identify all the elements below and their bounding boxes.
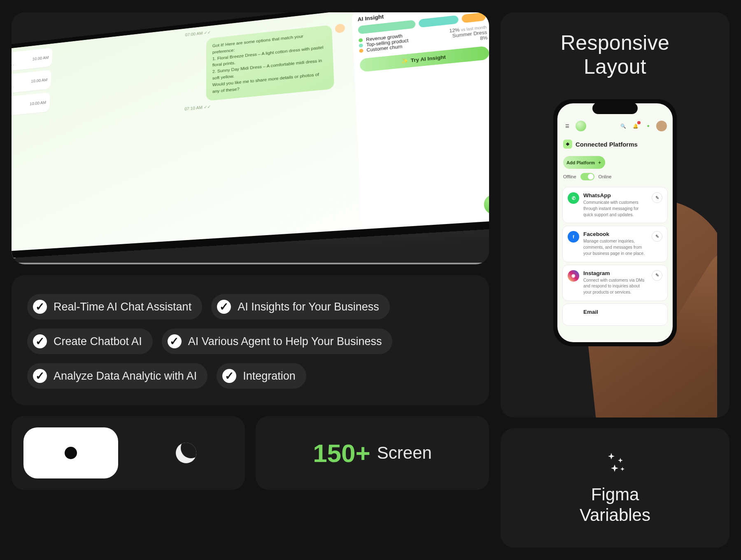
add-platform-label: Add Platform <box>566 160 595 165</box>
feature-label: Integration <box>243 370 296 383</box>
platform-name: Instagram <box>583 270 648 276</box>
check-icon: ✓ <box>222 369 236 383</box>
platform-desc: Communicate with customers through insta… <box>583 200 648 218</box>
page-title-row: ❖ Connected Platforms <box>557 135 673 153</box>
platform-name: WhatsApp <box>583 192 648 198</box>
edit-platform-button[interactable]: ✎ <box>652 231 662 242</box>
grid-icon: ❖ <box>563 140 572 149</box>
ai-insight-panel: AI Insight Revenue growth 12% vs last mo… <box>352 12 489 227</box>
plus-icon: ＋ <box>597 159 602 166</box>
feature-pill: ✓ Analyze Data Analytic with AI <box>27 363 207 389</box>
status-toggle-row: Offline Online <box>557 173 673 184</box>
thread-time: 10.00 AM <box>32 55 49 61</box>
metric-value: 8% <box>480 35 488 41</box>
notifications-icon[interactable]: 🔔 <box>631 122 640 130</box>
feature-pill: ✓ AI Various Agent to Help Your Business <box>162 329 393 354</box>
metric-dot-icon <box>359 38 363 42</box>
thread-item[interactable]: Audrey Can you tell me… 10.00 AM <box>12 92 50 120</box>
thread-snippet: Yes, can you sh… <box>12 82 28 91</box>
laptop-bezel: Pujul Hi, I'm looking f… 10.00 AM Triana… <box>12 12 489 262</box>
metric-dot-icon <box>359 44 363 48</box>
platform-desc: Connect with customers via DMs and respo… <box>583 278 648 296</box>
responsive-title: ResponsiveLayout <box>561 31 669 79</box>
platform-card-facebook[interactable]: f Facebook Manage customer inquiries, co… <box>562 226 668 262</box>
moon-icon <box>176 443 196 463</box>
platform-desc: Manage customer inquiries, comments, and… <box>583 238 648 257</box>
ai-spark-icon[interactable]: ✦ <box>644 122 652 130</box>
email-icon: G <box>568 309 579 320</box>
feature-label: Analyze Data Analytic with AI <box>54 370 197 383</box>
features-card: ✓ Real-Time AI Chat Assistant ✓ AI Insig… <box>12 275 489 405</box>
laptop-mockup-card: Pujul Hi, I'm looking f… 10.00 AM Triana… <box>12 12 489 264</box>
feature-pill: ✓ AI Insights for Your Business <box>211 294 390 320</box>
thread-snippet: Can you tell me… <box>12 105 26 113</box>
instagram-icon: ◉ <box>568 270 579 282</box>
phone-mockup: ☰ 🔍 🔔 ✦ ❖ Connect <box>553 99 677 346</box>
phone-notch <box>592 103 638 114</box>
online-toggle[interactable] <box>580 173 594 180</box>
feature-label: Create Chatbot AI <box>54 335 142 348</box>
cta-label: Try AI Insight <box>410 54 446 63</box>
laptop-lip <box>12 263 489 264</box>
thread-time: 10.00 AM <box>30 100 47 106</box>
menu-icon[interactable]: ☰ <box>563 122 571 130</box>
thread-snippet: Hi, I'm looking f… <box>12 60 29 69</box>
theme-toggle-card <box>12 416 245 490</box>
figma-variables-card: FigmaVariables <box>501 428 729 548</box>
whatsapp-icon: ✆ <box>568 192 579 204</box>
edit-platform-button[interactable]: ✎ <box>652 270 662 281</box>
dark-mode-button[interactable] <box>139 427 233 478</box>
user-avatar[interactable] <box>656 121 667 131</box>
feature-pill: ✓ Real-Time AI Chat Assistant <box>27 294 202 320</box>
platform-card-email[interactable]: G Email <box>562 303 668 326</box>
app-logo-icon <box>576 121 586 131</box>
feature-label: Real-Time AI Chat Assistant <box>54 301 191 313</box>
sparkles-icon <box>603 450 627 474</box>
platform-card-whatsapp[interactable]: ✆ WhatsApp Communicate with customers th… <box>562 187 668 223</box>
feature-pill: ✓ Create Chatbot AI <box>27 329 153 354</box>
ai-message-bubble: Got it! Here are some options that match… <box>206 25 334 100</box>
check-icon: ✓ <box>33 300 47 314</box>
platform-name: Email <box>583 309 662 315</box>
search-icon[interactable]: 🔍 <box>619 122 627 130</box>
check-icon: ✓ <box>33 369 47 383</box>
feature-pill: ✓ Integration <box>217 363 306 389</box>
chat-timestamp-bottom: 07:10 AM ✓✓ <box>184 104 211 112</box>
sender-avatar-icon <box>335 23 345 33</box>
facebook-icon: f <box>568 231 579 243</box>
feature-label: AI Various Agent to Help Your Business <box>188 335 382 348</box>
figma-variables-title: FigmaVariables <box>580 484 650 526</box>
online-label: Online <box>599 174 612 179</box>
screen-count-label: Screen <box>377 443 432 463</box>
check-icon: ✓ <box>168 334 182 348</box>
chat-timestamp-top: 07:00 AM ✓✓ <box>185 30 211 37</box>
screen-count-number: 150+ <box>313 439 370 468</box>
offline-label: Offline <box>563 174 576 179</box>
check-icon: ✓ <box>33 334 47 348</box>
platform-card-instagram[interactable]: ◉ Instagram Connect with customers via D… <box>562 265 668 301</box>
metric-dot-icon <box>359 49 364 53</box>
platform-name: Facebook <box>583 231 648 237</box>
edit-platform-button[interactable]: ✎ <box>652 192 662 203</box>
laptop-screen: Pujul Hi, I'm looking f… 10.00 AM Triana… <box>12 12 489 262</box>
add-platform-button[interactable]: Add Platform＋ <box>563 156 605 169</box>
sun-icon <box>65 447 77 459</box>
feature-label: AI Insights for Your Business <box>238 301 379 313</box>
thread-list: Pujul Hi, I'm looking f… 10.00 AM Triana… <box>12 45 55 252</box>
responsive-layout-card: ResponsiveLayout ☰ 🔍 🔔 <box>501 12 729 418</box>
light-mode-button[interactable] <box>23 427 118 478</box>
screen-count-card: 150+ Screen <box>256 416 489 490</box>
check-icon: ✓ <box>217 300 231 314</box>
thread-time: 10.00 AM <box>31 77 48 83</box>
page-title: Connected Platforms <box>576 141 638 148</box>
